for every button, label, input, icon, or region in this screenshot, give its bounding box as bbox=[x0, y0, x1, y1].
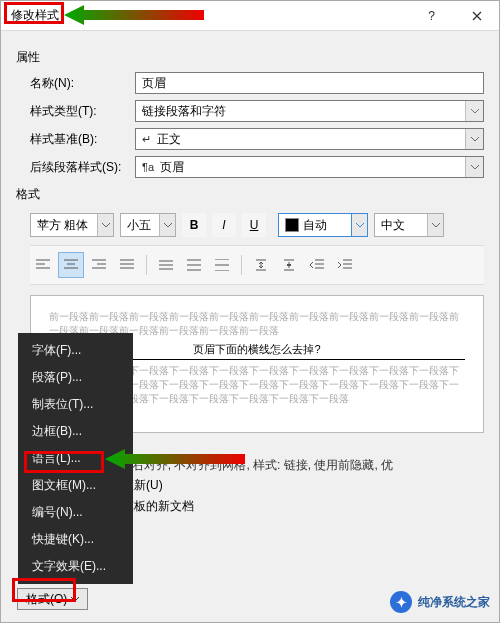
menu-tabs[interactable]: 制表位(T)... bbox=[18, 391, 133, 418]
styletype-label: 样式类型(T): bbox=[30, 103, 125, 120]
indent-increase-button[interactable] bbox=[332, 252, 358, 278]
section-properties: 属性 bbox=[16, 49, 484, 66]
chevron-down-icon bbox=[71, 597, 79, 602]
underline-button[interactable]: U bbox=[242, 213, 266, 237]
name-input[interactable] bbox=[135, 72, 484, 94]
format-dropdown-menu: 字体(F)... 段落(P)... 制表位(T)... 边框(B)... 语言(… bbox=[18, 333, 133, 584]
nextpara-value: 页眉 bbox=[160, 159, 184, 176]
watermark: ✦ 纯净系统之家 bbox=[390, 591, 490, 613]
format-button-label: 格式(O) bbox=[26, 591, 67, 608]
font-combo[interactable]: 苹方 粗体 bbox=[30, 213, 114, 237]
menu-texteffect[interactable]: 文字效果(E)... bbox=[18, 553, 133, 580]
styletype-value: 链接段落和字符 bbox=[142, 103, 226, 120]
menu-font[interactable]: 字体(F)... bbox=[18, 337, 133, 364]
stylebase-label: 样式基准(B): bbox=[30, 131, 125, 148]
font-value: 苹方 粗体 bbox=[37, 217, 88, 234]
para-mark-icon: ¶a bbox=[142, 161, 154, 173]
spacing-decrease-button[interactable] bbox=[276, 252, 302, 278]
fontsize-value: 小五 bbox=[127, 217, 151, 234]
para-mark-icon: ↵ bbox=[142, 133, 151, 146]
bold-button[interactable]: B bbox=[182, 213, 206, 237]
fontcolor-combo[interactable]: 自动 bbox=[278, 213, 368, 237]
watermark-text: 纯净系统之家 bbox=[418, 594, 490, 611]
menu-shortcut[interactable]: 快捷键(K)... bbox=[18, 526, 133, 553]
format-button[interactable]: 格式(O) bbox=[17, 588, 88, 610]
chevron-down-icon bbox=[351, 214, 367, 236]
watermark-logo-icon: ✦ bbox=[390, 591, 412, 613]
chevron-down-icon bbox=[465, 101, 483, 121]
menu-paragraph[interactable]: 段落(P)... bbox=[18, 364, 133, 391]
align-left-button[interactable] bbox=[30, 252, 56, 278]
dialog-title: 修改样式 bbox=[11, 7, 59, 24]
menu-frame[interactable]: 图文框(M)... bbox=[18, 472, 133, 499]
stylebase-value: 正文 bbox=[157, 131, 181, 148]
menu-language[interactable]: 语言(L)... bbox=[18, 445, 133, 472]
linespace-2-button[interactable] bbox=[209, 252, 235, 278]
nextpara-label: 后续段落样式(S): bbox=[30, 159, 125, 176]
spacing-increase-button[interactable] bbox=[248, 252, 274, 278]
fontsize-combo[interactable]: 小五 bbox=[120, 213, 176, 237]
align-justify-button[interactable] bbox=[114, 252, 140, 278]
font-toolbar: 苹方 粗体 小五 B I U 自动 中文 bbox=[30, 209, 484, 241]
chevron-down-icon bbox=[159, 214, 175, 236]
chevron-down-icon bbox=[465, 129, 483, 149]
linespace-1-button[interactable] bbox=[153, 252, 179, 278]
fontcolor-value: 自动 bbox=[303, 217, 327, 234]
indent-decrease-button[interactable] bbox=[304, 252, 330, 278]
chevron-down-icon bbox=[427, 214, 443, 236]
titlebar: 修改样式 ? bbox=[1, 1, 499, 31]
color-swatch bbox=[285, 218, 299, 232]
name-label: 名称(N): bbox=[30, 75, 125, 92]
linespace-15-button[interactable] bbox=[181, 252, 207, 278]
paragraph-toolbar bbox=[30, 245, 484, 285]
chevron-down-icon bbox=[97, 214, 113, 236]
modify-style-dialog: 修改样式 ? 属性 名称(N): 样式类型(T): 链接段落和字符 bbox=[0, 0, 500, 623]
nextpara-combo[interactable]: ¶a 页眉 bbox=[135, 156, 484, 178]
menu-border[interactable]: 边框(B)... bbox=[18, 418, 133, 445]
language-combo[interactable]: 中文 bbox=[374, 213, 444, 237]
align-right-button[interactable] bbox=[86, 252, 112, 278]
close-button[interactable] bbox=[454, 1, 499, 31]
stylebase-combo[interactable]: ↵ 正文 bbox=[135, 128, 484, 150]
align-center-button[interactable] bbox=[58, 252, 84, 278]
section-format: 格式 bbox=[16, 186, 484, 203]
italic-button[interactable]: I bbox=[212, 213, 236, 237]
chevron-down-icon bbox=[465, 157, 483, 177]
menu-numbering[interactable]: 编号(N)... bbox=[18, 499, 133, 526]
language-value: 中文 bbox=[381, 217, 405, 234]
titlebar-buttons: ? bbox=[409, 1, 499, 31]
help-button[interactable]: ? bbox=[409, 1, 454, 31]
styletype-combo[interactable]: 链接段落和字符 bbox=[135, 100, 484, 122]
